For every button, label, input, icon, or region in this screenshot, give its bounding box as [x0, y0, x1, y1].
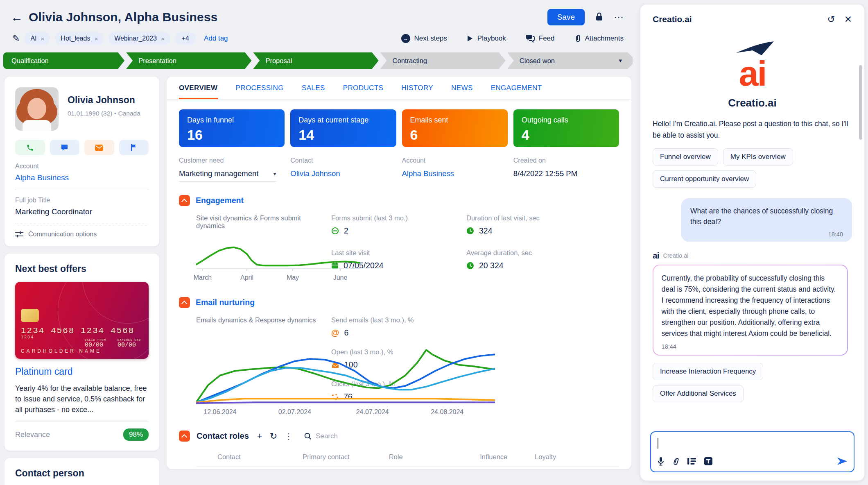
row-influence: Medium: [477, 467, 531, 469]
emails-dynamics-chart: Emails dynamics & Response dynamics 12.0…: [196, 316, 331, 418]
col-role[interactable]: Role: [386, 447, 477, 467]
tag-edit-icon[interactable]: ✎: [12, 33, 20, 44]
kpi-row: Days in funnel 16 Days at current stage …: [179, 109, 619, 147]
close-icon[interactable]: ✕: [844, 15, 852, 24]
tag-chip[interactable]: AI ×: [25, 32, 50, 45]
contact-roles-table: Contact Primary contact Role Influence L…: [196, 447, 619, 469]
add-role-icon[interactable]: +: [257, 432, 262, 441]
email-button[interactable]: [84, 140, 114, 155]
col-loyalty[interactable]: Loyalty: [531, 447, 619, 467]
microphone-icon[interactable]: [658, 457, 664, 467]
playbook-button[interactable]: Playbook: [467, 34, 506, 43]
collapse-engagement-icon[interactable]: [179, 195, 190, 206]
contact-avatar: [15, 87, 59, 131]
duration-value: 324: [479, 226, 493, 236]
chat-input[interactable]: [650, 431, 854, 472]
main-region: ← Olivia Johnson, Alpha Business Save ⋯ …: [0, 0, 636, 485]
contact-person-title: Contact person: [15, 468, 149, 479]
save-button[interactable]: Save: [547, 9, 585, 25]
chart-x-label: 24.07.2024: [356, 408, 389, 416]
more-tags-chip[interactable]: +4: [175, 32, 196, 45]
site-visit-chart: Site visit dynamics & Forms submit dynam…: [196, 214, 331, 284]
stage-dropdown-icon[interactable]: ▾: [619, 57, 622, 64]
clock-icon: [466, 227, 474, 235]
action-offer-services[interactable]: Offer Additional Services: [653, 385, 744, 402]
roles-search[interactable]: Search: [304, 432, 338, 440]
tag-label: Webinar_2023: [114, 35, 157, 42]
ai-sender-name: Creatio.ai: [663, 252, 689, 259]
kebab-menu-icon[interactable]: ⋮: [285, 432, 293, 440]
record-fields-row: Customer need Marketing management ▾ Con…: [179, 157, 619, 182]
customer-need-label: Customer need: [179, 157, 285, 164]
add-tag-button[interactable]: Add tag: [204, 34, 228, 43]
chevron-down-icon: ▾: [274, 170, 276, 177]
stage-closed-won[interactable]: Closed won ▾: [507, 52, 633, 69]
col-influence[interactable]: Influence: [477, 447, 531, 467]
chat-button[interactable]: [50, 140, 80, 155]
tab-engagement[interactable]: ENGAGEMENT: [491, 77, 542, 99]
customer-need-select[interactable]: Marketing management ▾: [179, 169, 276, 182]
row-loyalty: 2 – Supportive: [531, 467, 619, 469]
remove-tag-icon[interactable]: ×: [41, 35, 45, 42]
flag-button[interactable]: [119, 140, 149, 155]
attachments-button[interactable]: Attachments: [574, 34, 624, 43]
suggestion-opportunity-overview[interactable]: Current opportunity overview: [653, 170, 756, 188]
stage-qualification[interactable]: Qualification: [3, 52, 124, 69]
text-cursor: [658, 438, 658, 449]
credit-card-image[interactable]: 1234 4568 1234 4568 1234 VALID FROM00/00…: [15, 282, 149, 359]
ai-panel-title: Creatio.ai: [653, 14, 692, 24]
lock-icon[interactable]: [595, 12, 603, 23]
col-primary-contact[interactable]: Primary contact: [299, 447, 386, 467]
stage-proposal[interactable]: Proposal: [253, 52, 378, 69]
customer-need-value: Marketing management: [179, 169, 258, 178]
engagement-title[interactable]: Engagement: [196, 196, 244, 205]
tab-history[interactable]: HISTORY: [401, 77, 433, 99]
col-contact[interactable]: Contact: [214, 447, 299, 467]
stage-presentation[interactable]: Presentation: [126, 52, 251, 69]
call-button[interactable]: [15, 140, 45, 155]
stage-contracting[interactable]: Contracting: [380, 52, 506, 69]
tab-news[interactable]: NEWS: [451, 77, 473, 99]
collapse-email-icon[interactable]: [179, 297, 190, 308]
tag-chip[interactable]: Hot_leads ×: [55, 32, 104, 45]
next-steps-button[interactable]: → Next steps: [401, 34, 447, 43]
chart-x-label: May: [287, 274, 299, 281]
attach-file-icon[interactable]: [672, 457, 679, 467]
offer-product-link[interactable]: Platinum card: [15, 366, 149, 377]
remove-tag-icon[interactable]: ×: [94, 35, 98, 42]
text-format-icon[interactable]: [704, 457, 712, 467]
tab-products[interactable]: PRODUCTS: [343, 77, 384, 99]
remove-tag-icon[interactable]: ×: [161, 35, 165, 42]
account-field-link[interactable]: Alpha Business: [402, 169, 508, 178]
feed-button[interactable]: Feed: [526, 34, 555, 43]
template-icon[interactable]: [687, 458, 696, 467]
tab-sales[interactable]: SALES: [302, 77, 325, 99]
tab-overview[interactable]: OVERVIEW: [179, 77, 218, 99]
action-increase-interaction[interactable]: Increase Interaction Frequency: [653, 363, 763, 380]
back-icon[interactable]: ←: [11, 11, 23, 23]
panel-scrollbar[interactable]: [859, 65, 862, 140]
account-field-label: Account: [402, 157, 508, 164]
collapse-roles-icon[interactable]: [179, 431, 190, 442]
email-nurturing-title[interactable]: Email nurturing: [196, 298, 255, 307]
ai-logo: ai Creatio.ai: [653, 38, 852, 109]
record-main-card: OVERVIEW PROCESSING SALES PRODUCTS HISTO…: [166, 76, 632, 469]
communication-options[interactable]: Communication options: [15, 231, 149, 238]
tag-chip[interactable]: Webinar_2023 ×: [108, 32, 170, 45]
feed-label: Feed: [539, 34, 555, 43]
ai-logo-text: ai: [653, 58, 852, 89]
suggestion-funnel-overview[interactable]: Funnel overview: [653, 148, 718, 165]
user-message-time: 18:40: [690, 231, 843, 238]
more-menu-icon[interactable]: ⋯: [614, 12, 624, 22]
suggestion-kpis-overview[interactable]: My KPIs overview: [723, 148, 793, 165]
contact-link[interactable]: Olivia Johnson: [290, 169, 396, 178]
row-contact-link[interactable]: Andrew Baker: [214, 467, 299, 469]
send-icon[interactable]: [836, 457, 848, 467]
contact-person-card: Contact person Andrew Baker 1/20/1986 • …: [4, 458, 160, 485]
tab-processing[interactable]: PROCESSING: [236, 77, 284, 99]
account-link[interactable]: Alpha Business: [15, 173, 149, 182]
table-row[interactable]: 1 Andrew Baker Yes Contact person Medium…: [196, 467, 619, 469]
refresh-icon[interactable]: ↻: [270, 432, 277, 441]
reset-chat-icon[interactable]: ↺: [827, 15, 835, 24]
page-header: ← Olivia Johnson, Alpha Business Save ⋯: [0, 0, 636, 25]
